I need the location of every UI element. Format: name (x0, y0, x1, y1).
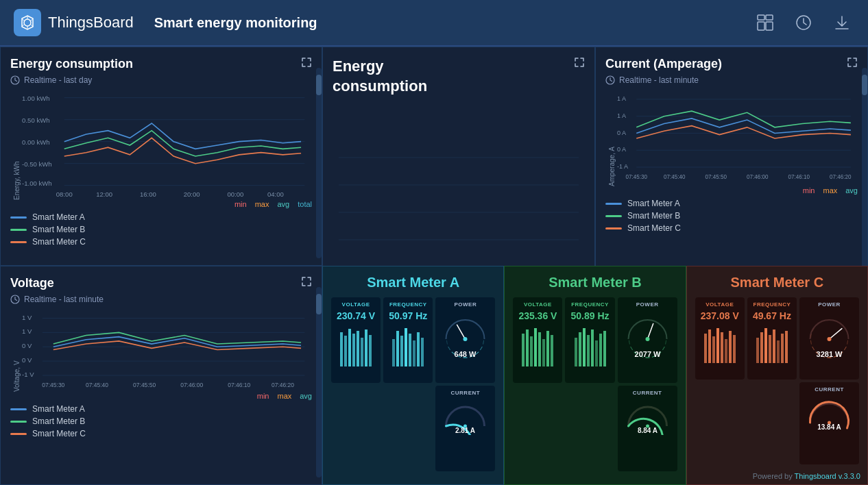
svg-rect-76 (421, 338, 424, 366)
svg-rect-134 (773, 329, 775, 363)
powered-by: Powered by Thingsboard v.3.3.0 (753, 472, 860, 480)
svg-text:-1 A: -1 A (617, 163, 629, 170)
svg-text:16:00: 16:00 (140, 190, 156, 198)
svg-rect-62 (344, 336, 347, 366)
svg-line-86 (457, 325, 466, 339)
chart-labels: min max avg total (10, 200, 312, 208)
frequency-b-value: 50.89 Hz (571, 310, 610, 321)
smart-meter-b-card: Smart Meter B VOLTAGE 235.36 V (504, 266, 686, 485)
current-c-widget: CURRENT 13.84 A (799, 382, 859, 464)
svg-rect-122 (704, 334, 707, 363)
power-a-gauge: 648 W (439, 310, 491, 362)
energy-middle-svg (333, 130, 585, 267)
expand-btn[interactable] (301, 57, 312, 71)
svg-text:1.00 kWh: 1.00 kWh (22, 95, 49, 102)
svg-rect-94 (534, 328, 537, 366)
svg-rect-72 (405, 328, 407, 366)
clock-voltage-icon (10, 295, 20, 304)
svg-text:13.84 A: 13.84 A (817, 423, 841, 431)
power-b-gauge: 2077 W (622, 310, 673, 362)
voltage-subtitle: Realtime - last minute (10, 295, 312, 304)
frequency-a-widget: FREQUENCY 50.97 Hz (383, 297, 433, 383)
svg-rect-100 (579, 332, 581, 366)
right-top-panels: Energyconsumption (322, 47, 868, 266)
svg-rect-67 (365, 329, 367, 366)
legend-line-c (10, 241, 27, 243)
svg-text:2.81 A: 2.81 A (455, 427, 475, 434)
expand-btn-current[interactable] (847, 57, 858, 71)
voltage-c-spacer (695, 382, 797, 464)
svg-text:07:45:40: 07:45:40 (86, 382, 108, 388)
voltage-b-label: VOLTAGE (524, 301, 552, 308)
svg-rect-124 (712, 336, 715, 363)
energy-chart-container: Energy, kWh 1.00 kWh 0.50 kWh 0.00 kWh -… (10, 90, 312, 200)
energy-consumption-middle-card: Energyconsumption (322, 47, 595, 277)
current-c-gauge: 13.84 A (804, 394, 855, 432)
voltage-a-bars (339, 325, 373, 366)
voltage-a-widget: VOLTAGE 230.74 V (331, 297, 381, 383)
svg-rect-133 (769, 335, 771, 363)
voltage-card: Voltage Realtime - last minute Voltage, … (0, 266, 322, 485)
energy-chart-area: 1.00 kWh 0.50 kWh 0.00 kWh -0.50 kWh -1.… (21, 90, 312, 200)
voltage-title: Voltage (10, 276, 312, 290)
voltage-b-bars (520, 325, 555, 366)
svg-text:0.50 kWh: 0.50 kWh (22, 116, 49, 124)
svg-rect-130 (756, 338, 759, 363)
expand-btn-voltage[interactable] (301, 276, 312, 290)
svg-rect-4 (766, 22, 773, 30)
current-legend-line-c (605, 227, 622, 229)
svg-line-77 (483, 340, 484, 345)
svg-text:08:00: 08:00 (56, 190, 73, 198)
y-axis-label: Energy, kWh (10, 90, 21, 200)
frequency-c-widget: FREQUENCY 49.67 Hz (747, 297, 797, 380)
svg-text:8.84 A: 8.84 A (638, 427, 658, 434)
current-legend-a: Smart Meter A (605, 199, 858, 208)
dashboard-icon[interactable] (753, 10, 777, 35)
power-b-widget: POWER (618, 297, 677, 383)
svg-text:-1.00 kWh: -1.00 kWh (22, 179, 52, 187)
svg-rect-73 (409, 334, 411, 366)
svg-point-87 (463, 337, 468, 341)
frequency-c-value: 49.67 Hz (753, 310, 791, 321)
voltage-c-value: 237.08 V (701, 310, 739, 321)
svg-rect-1 (758, 15, 764, 20)
app-header: ThingsBoard Smart energy monitoring (0, 0, 868, 47)
clock-small-icon (10, 75, 20, 85)
legend-item-a: Smart Meter A (10, 212, 312, 222)
energy-legend: Smart Meter A Smart Meter B Smart Meter … (10, 212, 312, 247)
svg-text:07:46:10: 07:46:10 (228, 382, 250, 388)
voltage-a-spacer (331, 386, 433, 471)
svg-rect-128 (729, 331, 732, 363)
smart-meter-c-title: Smart Meter C (695, 275, 859, 290)
legend-line-b (10, 229, 27, 231)
bottom-row: Voltage Realtime - last minute Voltage, … (0, 266, 868, 485)
download-icon[interactable] (830, 10, 854, 35)
voltage-legend-c: Smart Meter C (10, 429, 312, 438)
svg-text:0 V: 0 V (22, 342, 32, 349)
thingsboard-brand: Thingsboard v.3.3.0 (795, 472, 860, 480)
current-title: Current (Amperage) (605, 57, 858, 71)
scroll-track[interactable] (316, 68, 322, 258)
current-b-gauge: 8.84 A (622, 397, 673, 435)
svg-text:04:00: 04:00 (267, 190, 284, 198)
svg-rect-96 (542, 339, 545, 366)
svg-rect-101 (583, 328, 586, 366)
current-chart-container: Amperage, A 1 A 1 A 0 A 0 A -1 A (605, 90, 858, 186)
current-b-label: CURRENT (633, 390, 662, 396)
svg-line-84 (448, 347, 450, 350)
header-actions (753, 10, 854, 35)
svg-rect-99 (575, 338, 577, 366)
svg-rect-70 (396, 331, 399, 366)
svg-rect-75 (417, 332, 420, 366)
voltage-scroll-track[interactable] (316, 287, 322, 477)
energy-chart-svg: 1.00 kWh 0.50 kWh 0.00 kWh -0.50 kWh -1.… (21, 90, 312, 200)
svg-text:07:45:30: 07:45:30 (626, 173, 648, 180)
svg-rect-135 (777, 340, 780, 363)
current-scroll-track[interactable] (862, 68, 867, 270)
clock-icon[interactable] (791, 10, 816, 35)
expand-btn-middle[interactable] (574, 57, 585, 71)
svg-rect-97 (546, 331, 549, 366)
smart-meters-container: Smart Meter A VOLTAGE 230.74 V (322, 266, 868, 485)
svg-text:07:45:50: 07:45:50 (133, 382, 156, 388)
legend-item-b: Smart Meter B (10, 225, 312, 234)
